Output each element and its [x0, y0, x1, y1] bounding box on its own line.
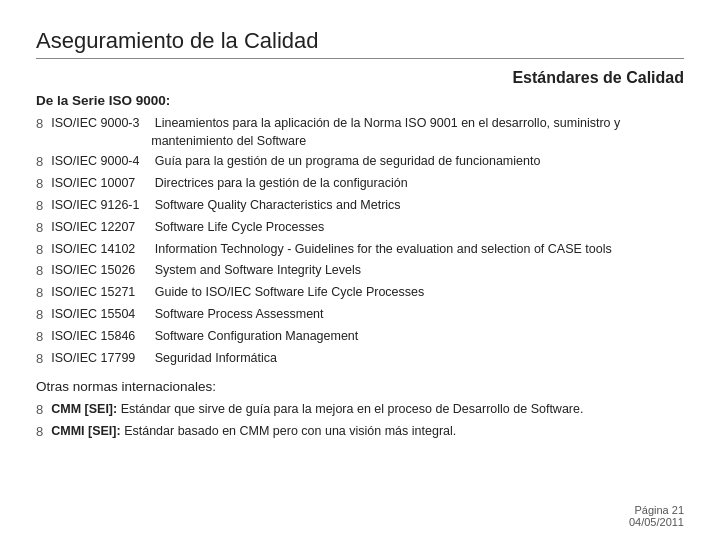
iso-list: 8 ISO/IEC 9000-3 Lineamientos para la ap… [36, 114, 684, 369]
series-heading: De la Serie ISO 9000: [36, 93, 684, 108]
iso-desc: Software Process Assessment [151, 305, 323, 323]
footer-date: 04/05/2011 [629, 516, 684, 528]
bullet-icon: 8 [36, 262, 43, 281]
page-title: Aseguramiento de la Calidad [36, 28, 684, 54]
iso-code: ISO/IEC 15271 [51, 283, 151, 301]
list-item: 8 ISO/IEC 12207 Software Life Cycle Proc… [36, 218, 684, 238]
iso-code: ISO/IEC 9000-4 [51, 152, 151, 170]
list-item: 8 ISO/IEC 15026 System and Software Inte… [36, 261, 684, 281]
iso-code: ISO/IEC 10007 [51, 174, 151, 192]
list-item: 8 ISO/IEC 9000-4 Guía para la gestión de… [36, 152, 684, 172]
bullet-icon: 8 [36, 306, 43, 325]
iso-desc: Software Quality Characteristics and Met… [151, 196, 400, 214]
bullet-icon: 8 [36, 219, 43, 238]
other-desc: CMMI [SEI]: Estándar basado en CMM pero … [51, 422, 456, 440]
iso-code: ISO/IEC 9126-1 [51, 196, 151, 214]
bullet-icon: 8 [36, 197, 43, 216]
list-item: 8 ISO/IEC 14102 Information Technology -… [36, 240, 684, 260]
iso-desc: Software Life Cycle Processes [151, 218, 324, 236]
footer-page: Página 21 [629, 504, 684, 516]
list-item: 8 ISO/IEC 15271 Guide to ISO/IEC Softwar… [36, 283, 684, 303]
list-item: 8 CMMI [SEI]: Estándar basado en CMM per… [36, 422, 684, 442]
bullet-icon: 8 [36, 175, 43, 194]
title-divider [36, 58, 684, 59]
page: Aseguramiento de la Calidad Estándares d… [0, 0, 720, 540]
other-heading: Otras normas internacionales: [36, 379, 684, 394]
list-item: 8 ISO/IEC 9126-1 Software Quality Charac… [36, 196, 684, 216]
iso-desc: Information Technology - Guidelines for … [151, 240, 611, 258]
other-desc: CMM [SEI]: Estándar que sirve de guía pa… [51, 400, 583, 418]
iso-code: ISO/IEC 17799 [51, 349, 151, 367]
iso-code: ISO/IEC 9000-3 [51, 114, 151, 132]
iso-code: ISO/IEC 15846 [51, 327, 151, 345]
bullet-icon: 8 [36, 284, 43, 303]
iso-code: ISO/IEC 12207 [51, 218, 151, 236]
bullet-icon: 8 [36, 350, 43, 369]
iso-code: ISO/IEC 15026 [51, 261, 151, 279]
iso-desc: Guía para la gestión de un programa de s… [151, 152, 540, 170]
list-item: 8 ISO/IEC 15846 Software Configuration M… [36, 327, 684, 347]
bullet-icon: 8 [36, 328, 43, 347]
footer: Página 21 04/05/2011 [629, 504, 684, 528]
list-item: 8 ISO/IEC 10007 Directrices para la gest… [36, 174, 684, 194]
iso-desc: Seguridad Informática [151, 349, 277, 367]
iso-desc: System and Software Integrity Levels [151, 261, 361, 279]
other-list: 8 CMM [SEI]: Estándar que sirve de guía … [36, 400, 684, 442]
iso-desc: Directrices para la gestión de la config… [151, 174, 407, 192]
bullet-icon: 8 [36, 401, 43, 420]
bullet-icon: 8 [36, 423, 43, 442]
section-right-heading: Estándares de Calidad [36, 69, 684, 87]
iso-code: ISO/IEC 14102 [51, 240, 151, 258]
list-item: 8 CMM [SEI]: Estándar que sirve de guía … [36, 400, 684, 420]
bullet-icon: 8 [36, 115, 43, 134]
iso-code: ISO/IEC 15504 [51, 305, 151, 323]
list-item: 8 ISO/IEC 15504 Software Process Assessm… [36, 305, 684, 325]
list-item: 8 ISO/IEC 17799 Seguridad Informática [36, 349, 684, 369]
bullet-icon: 8 [36, 153, 43, 172]
list-item: 8 ISO/IEC 9000-3 Lineamientos para la ap… [36, 114, 684, 150]
iso-desc: Guide to ISO/IEC Software Life Cycle Pro… [151, 283, 424, 301]
bullet-icon: 8 [36, 241, 43, 260]
iso-desc: Lineamientos para la aplicación de la No… [151, 114, 684, 150]
iso-desc: Software Configuration Management [151, 327, 358, 345]
